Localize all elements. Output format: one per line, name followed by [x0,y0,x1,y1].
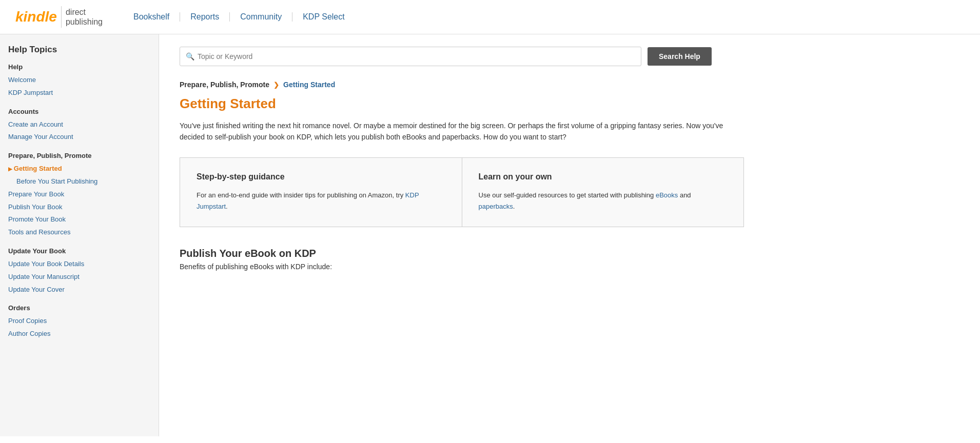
sidebar-link-getting-started[interactable]: Getting Started [8,163,150,175]
sidebar-section-help: Help [8,63,150,71]
sidebar-link-kdp-jumpstart[interactable]: KDP Jumpstart [8,87,150,99]
sidebar-link-welcome[interactable]: Welcome [8,74,150,87]
sidebar-link-update-manuscript[interactable]: Update Your Manuscript [8,271,150,284]
header: kindle direct publishing Bookshelf Repor… [0,0,980,34]
logo-direct: direct [66,7,103,17]
card-learn-own: Learn on your own Use our self-guided re… [462,157,744,227]
sidebar-link-update-cover[interactable]: Update Your Cover [8,284,150,296]
card-ebooks-link[interactable]: eBooks [656,191,678,199]
card-learn-text: Use our self-guided resources to get sta… [479,190,728,212]
card-learn-text-before: Use our self-guided resources to get sta… [479,191,656,199]
breadcrumb-parent: Prepare, Publish, Promote [180,80,269,89]
publish-subtitle: Benefits of publishing eBooks with KDP i… [180,263,744,271]
sidebar-section-update: Update Your Book [8,247,150,255]
card-step-by-step: Step-by-step guidance For an end-to-end … [180,157,462,227]
intro-text: You've just finished writing the next hi… [180,120,744,143]
search-area: 🔍 Search Help [180,47,959,66]
publish-title: Publish Your eBook on KDP [180,248,744,259]
sidebar-link-create-account[interactable]: Create an Account [8,118,150,131]
breadcrumb: Prepare, Publish, Promote ❯ Getting Star… [180,80,959,89]
logo-divider [61,6,62,28]
cards-row: Step-by-step guidance For an end-to-end … [180,157,744,227]
nav-community[interactable]: Community [230,12,292,22]
card-step-text: For an end-to-end guide with insider tip… [197,190,445,212]
nav-reports[interactable]: Reports [180,12,230,22]
breadcrumb-separator: ❯ [273,81,279,89]
logo-area: kindle direct publishing [15,6,103,28]
sidebar-link-tools[interactable]: Tools and Resources [8,226,150,239]
sidebar-link-publish-book[interactable]: Publish Your Book [8,201,150,214]
nav-kdp-select[interactable]: KDP Select [292,12,355,22]
sidebar-link-promote-book[interactable]: Promote Your Book [8,213,150,226]
search-input[interactable] [180,47,641,66]
search-icon: 🔍 [186,52,194,61]
card-step-text-after: . [226,203,228,210]
nav: Bookshelf Reports Community KDP Select [123,12,355,22]
logo-publishing: publishing [66,17,103,27]
breadcrumb-current: Getting Started [283,80,335,89]
nav-bookshelf[interactable]: Bookshelf [123,12,180,22]
card-step-title: Step-by-step guidance [197,172,445,182]
card-learn-title: Learn on your own [479,172,728,182]
page-title: Getting Started [180,96,959,112]
card-step-text-before: For an end-to-end guide with insider tip… [197,191,405,199]
sidebar-link-before-publishing[interactable]: Before You Start Publishing [8,175,150,188]
search-input-wrapper: 🔍 [180,47,641,66]
sidebar-link-manage-account[interactable]: Manage Your Account [8,131,150,144]
sidebar-section-prepare: Prepare, Publish, Promote [8,152,150,159]
sidebar-link-proof-copies[interactable]: Proof Copies [8,315,150,328]
sidebar-link-author-copies[interactable]: Author Copies [8,328,150,340]
card-learn-text-mid: and [678,191,691,199]
sidebar-title: Help Topics [8,45,150,55]
search-help-button[interactable]: Search Help [648,47,712,66]
logo-dp: direct publishing [66,7,103,27]
main-layout: Help Topics Help Welcome KDP Jumpstart A… [0,34,980,436]
sidebar-section-accounts: Accounts [8,108,150,115]
sidebar-link-prepare-book[interactable]: Prepare Your Book [8,188,150,201]
sidebar: Help Topics Help Welcome KDP Jumpstart A… [0,34,159,436]
card-paperbacks-link[interactable]: paperbacks [479,203,513,210]
content: 🔍 Search Help Prepare, Publish, Promote … [159,34,980,436]
card-learn-text-after: . [513,203,515,210]
sidebar-link-update-details[interactable]: Update Your Book Details [8,258,150,271]
publish-section: Publish Your eBook on KDP Benefits of pu… [180,248,744,271]
sidebar-section-orders: Orders [8,304,150,312]
logo-kindle: kindle [15,9,57,25]
